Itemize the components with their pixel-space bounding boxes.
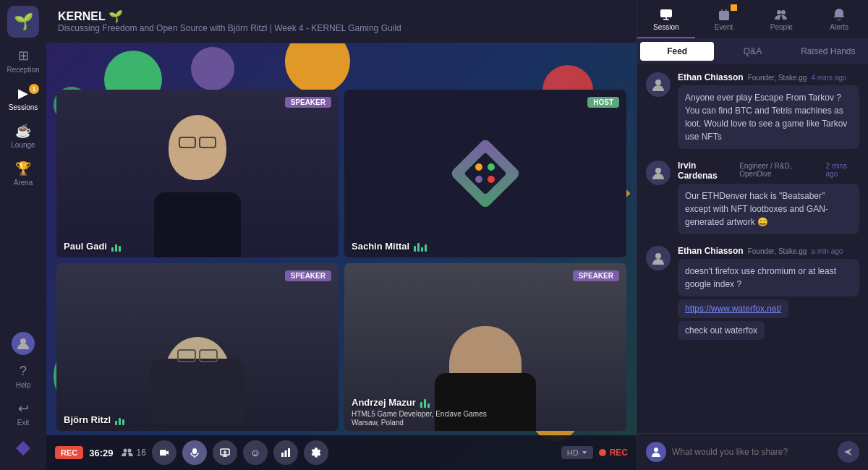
right-panel: Session Event People Alerts Feed Q&A Rai… [637, 0, 868, 470]
subtab-raised-hands[interactable]: Raised Hands [791, 42, 865, 61]
chat-message-1: Ethan Chiasson Founder, Stake.gg 4 mins … [646, 72, 859, 149]
help-icon: ? [20, 364, 27, 379]
paul-speaker-badge: SPEAKER [285, 97, 331, 108]
msg-meta-1: Ethan Chiasson Founder, Stake.gg 4 mins … [678, 72, 859, 82]
chat-send-button[interactable] [838, 441, 859, 463]
andrzej-audio-bars [420, 398, 430, 408]
msg-time-3: a min ago [811, 247, 843, 255]
sidebar-item-label: Reception [7, 66, 39, 74]
msg-role-2: Engineer / R&D, OpenDive [739, 162, 821, 178]
video-toggle-button[interactable] [152, 440, 176, 465]
chat-user-avatar [646, 442, 666, 462]
video-area: SPEAKER Paul Gadi [46, 43, 637, 470]
panel-nav-people[interactable]: People [753, 0, 811, 38]
msg-text-2: Our ETHDenver hack is "Beatsaber" except… [678, 184, 859, 234]
svg-rect-8 [288, 448, 290, 457]
msg-link-3[interactable]: https://www.waterfox.net/ [678, 299, 788, 318]
video-controls: REC 36:29 16 ☺ [46, 435, 637, 470]
sidebar-item-label: Arena [14, 179, 33, 187]
sessions-badge: 1 [29, 84, 39, 94]
settings-button[interactable] [304, 440, 328, 465]
video-grid: SPEAKER Paul Gadi [46, 43, 637, 470]
lounge-icon: ☕ [15, 123, 31, 139]
svg-point-13 [655, 80, 661, 85]
live-badge: REC [55, 446, 83, 459]
msg-role-1: Founder, Stake.gg [748, 74, 807, 82]
stats-button[interactable] [273, 440, 298, 465]
subtab-feed[interactable]: Feed [640, 42, 714, 61]
paul-name: Paul Gadi [64, 241, 121, 252]
ethan-avatar-2 [646, 246, 671, 270]
main-content: KERNEL 🌱 Discussing Freedom and Open Sou… [46, 0, 637, 470]
chat-message-3: Ethan Chiasson Founder, Stake.gg a min a… [646, 246, 859, 340]
session-nav-icon [659, 7, 673, 22]
video-cell-andrzej: SPEAKER Andrzej Mazur HTML5 Game Develop… [344, 263, 626, 431]
panel-nav: Session Event People Alerts [637, 0, 868, 39]
video-cell-sachin: HOST Sachin Mittal [344, 90, 626, 257]
svg-rect-4 [192, 448, 197, 454]
brand-icon [13, 438, 33, 458]
svg-point-1 [124, 449, 127, 453]
arena-icon: 🏆 [15, 161, 31, 176]
sidebar-item-reception[interactable]: ⊞ Reception [0, 42, 46, 80]
participant-count: 16 [122, 447, 145, 458]
video-cell-paul: SPEAKER Paul Gadi [56, 90, 339, 257]
emoji-button[interactable]: ☺ [243, 440, 268, 465]
rec-dot [599, 449, 606, 456]
msg-body-3: Ethan Chiasson Founder, Stake.gg a min a… [678, 246, 859, 340]
sidebar-item-lounge[interactable]: ☕ Lounge [0, 117, 46, 155]
panel-nav-alerts[interactable]: Alerts [810, 0, 868, 38]
andrzej-role: HTML5 Game Developer, Enclave Games [352, 410, 487, 418]
sachin-host-badge: HOST [587, 97, 619, 108]
sidebar-item-exit[interactable]: ↩ Exit [0, 395, 46, 432]
rec-badge: REC [599, 448, 628, 458]
msg-tag-3: check out waterfox [678, 321, 765, 340]
share-screen-button[interactable] [213, 440, 237, 465]
svg-point-2 [128, 449, 132, 453]
alerts-nav-icon [832, 7, 846, 22]
participants-icon [122, 447, 133, 458]
sidebar-item-label: Sessions [9, 103, 38, 111]
mic-button[interactable] [182, 440, 207, 465]
sidebar-item-arena[interactable]: 🏆 Arena [0, 155, 46, 192]
panel-nav-event[interactable]: Event [695, 0, 753, 38]
andrzej-name: Andrzej Mazur [352, 397, 430, 408]
paul-audio-bars [111, 242, 121, 252]
msg-body-1: Ethan Chiasson Founder, Stake.gg 4 mins … [678, 72, 859, 149]
user-avatar[interactable] [12, 332, 35, 355]
participant-count-text: 16 [136, 448, 145, 458]
sachin-audio-bars [414, 242, 427, 252]
sidebar-item-label: Lounge [11, 141, 35, 149]
svg-rect-3 [160, 450, 166, 456]
chat-message-2: Irvin Cardenas Engineer / R&D, OpenDive … [646, 161, 859, 234]
hd-quality[interactable]: HD [561, 446, 593, 459]
stats-icon [281, 448, 291, 458]
msg-sender-1: Ethan Chiasson [678, 72, 744, 82]
msg-sender-2: Irvin Cardenas [678, 161, 735, 181]
msg-time-2: 2 mins ago [826, 162, 859, 178]
subtab-qa[interactable]: Q&A [715, 42, 789, 61]
mic-icon [190, 448, 200, 458]
header: KERNEL 🌱 Discussing Freedom and Open Sou… [46, 0, 637, 43]
svg-point-11 [777, 10, 781, 14]
chevron-down-icon [582, 450, 587, 456]
event-nav-icon [717, 7, 731, 22]
panel-nav-session[interactable]: Session [637, 0, 695, 38]
panel-subtabs: Feed Q&A Raised Hands [637, 39, 868, 64]
sessions-icon: ▶ [18, 85, 28, 101]
msg-meta-3: Ethan Chiasson Founder, Stake.gg a min a… [678, 246, 859, 256]
chat-input-field[interactable] [672, 447, 832, 457]
header-title-group: KERNEL 🌱 Discussing Freedom and Open Sou… [58, 9, 401, 33]
share-icon [220, 448, 230, 458]
header-title: KERNEL 🌱 [58, 9, 401, 23]
sidebar-item-help[interactable]: ? Help [0, 358, 46, 395]
svg-rect-9 [660, 9, 672, 17]
chat-input-area [637, 433, 868, 470]
msg-text-3: doesn't firefox use chromium or at least… [678, 259, 859, 296]
sidebar-item-sessions[interactable]: 1 ▶ Sessions [0, 80, 46, 117]
svg-point-15 [655, 253, 661, 259]
sachin-name: Sachin Mittal [352, 241, 427, 252]
bjorn-speaker-badge: SPEAKER [285, 270, 331, 281]
bjorn-name: Björn Ritzl [64, 414, 124, 425]
exit-icon: ↩ [18, 401, 29, 416]
